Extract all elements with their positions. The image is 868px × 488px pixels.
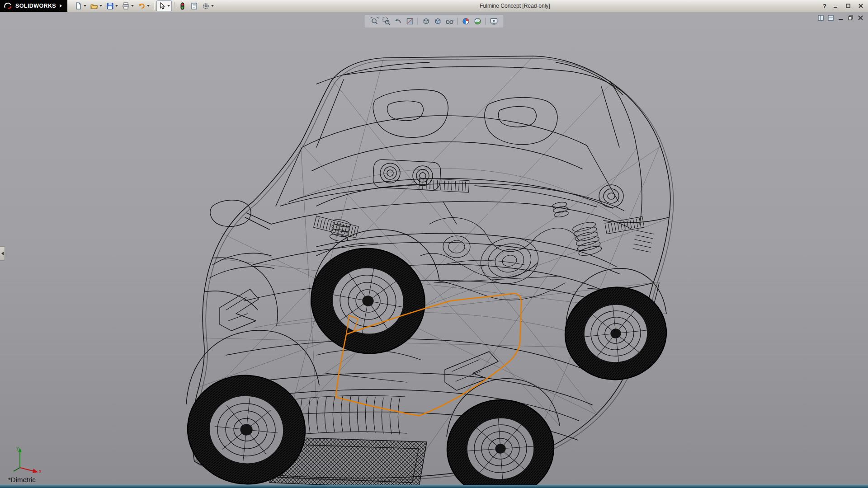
- main-toolbar: [67, 0, 216, 11]
- graphics-viewport[interactable]: y x *Dimetric: [0, 12, 868, 485]
- undo-dropdown-icon[interactable]: [147, 5, 150, 7]
- headsup-view-toolbar: [364, 14, 504, 28]
- previous-view-button[interactable]: [393, 16, 403, 26]
- tile-left-button[interactable]: [817, 14, 824, 21]
- close-button[interactable]: [857, 2, 864, 9]
- edit-appearance-button[interactable]: [461, 16, 471, 26]
- display-style-icon: [434, 17, 442, 25]
- reference-triad: y x: [10, 444, 44, 473]
- model-wireframe: [0, 12, 868, 485]
- section-view-icon: [406, 17, 414, 25]
- select-dropdown-icon[interactable]: [167, 5, 170, 7]
- titlebar: SOLIDWORKS: [0, 0, 868, 12]
- undo-arrow-icon: [138, 2, 146, 10]
- restore-document-button[interactable]: [847, 14, 854, 21]
- open-button[interactable]: [89, 0, 104, 11]
- open-folder-icon: [90, 2, 98, 10]
- view-orientation-label: *Dimetric: [8, 476, 36, 483]
- triad-y-label: y: [16, 445, 19, 450]
- toolbar-separator: [154, 2, 154, 10]
- select-button[interactable]: [156, 0, 172, 11]
- print-button[interactable]: [120, 0, 136, 11]
- task-pane-flyout-tab[interactable]: [0, 246, 5, 261]
- wheel-front-right: [444, 396, 557, 485]
- view-orientation-button[interactable]: [421, 16, 431, 26]
- windshield-frame: [276, 80, 619, 224]
- new-document-dropdown-icon[interactable]: [84, 5, 86, 7]
- file-properties-icon: [190, 2, 198, 10]
- headsup-separator: [458, 18, 458, 25]
- minimize-button[interactable]: [832, 2, 839, 9]
- printer-icon: [122, 2, 130, 10]
- taskbar-edge-strip: [0, 485, 868, 488]
- options-dropdown-icon[interactable]: [211, 5, 214, 7]
- minimize-document-button[interactable]: [837, 14, 844, 21]
- hide-show-items-button[interactable]: [444, 16, 455, 26]
- triad-x-label: x: [39, 468, 42, 473]
- display-style-button[interactable]: [433, 16, 443, 26]
- flyout-arrow-icon: [1, 252, 4, 255]
- hide-show-glasses-icon: [445, 17, 453, 25]
- threeds-logo-icon: [4, 2, 13, 9]
- file-properties-button[interactable]: [189, 0, 200, 11]
- window-title: Fulmine Concept [Read-only]: [480, 3, 550, 9]
- help-icon[interactable]: ?: [823, 3, 826, 9]
- options-gear-icon: [202, 2, 210, 10]
- open-dropdown-icon[interactable]: [99, 5, 102, 7]
- save-dropdown-icon[interactable]: [115, 5, 118, 7]
- apply-scene-icon: [473, 17, 481, 25]
- toolbar-separator: [174, 2, 175, 10]
- wheel-rear-right: [561, 282, 671, 385]
- undo-button[interactable]: [136, 0, 151, 11]
- save-button[interactable]: [104, 0, 120, 11]
- apply-scene-button[interactable]: [472, 16, 483, 26]
- headsup-separator: [418, 18, 418, 25]
- section-view-button[interactable]: [405, 16, 415, 26]
- save-floppy-icon: [106, 2, 114, 10]
- maximize-button[interactable]: [844, 2, 852, 9]
- select-cursor-icon: [158, 2, 166, 10]
- menu-expand-icon[interactable]: [60, 4, 62, 8]
- view-orientation-cube-icon: [422, 17, 430, 25]
- new-document-button[interactable]: [73, 0, 88, 11]
- view-settings-button[interactable]: [489, 16, 499, 26]
- tile-right-button[interactable]: [827, 14, 834, 21]
- document-window-controls: [817, 14, 864, 21]
- zoom-to-fit-button[interactable]: [369, 16, 380, 26]
- print-dropdown-icon[interactable]: [131, 5, 134, 7]
- rebuild-trafficlight-icon: [179, 2, 186, 10]
- zoom-to-area-icon: [382, 17, 390, 25]
- rebuild-button[interactable]: [177, 0, 188, 11]
- zoom-to-area-button[interactable]: [381, 16, 392, 26]
- wing-mirror: [210, 200, 271, 230]
- window-controls: ?: [823, 0, 864, 12]
- options-button[interactable]: [200, 0, 216, 11]
- zoom-to-fit-icon: [370, 17, 378, 25]
- wheel-rear-left: [303, 239, 433, 362]
- brand-label: SOLIDWORKS: [15, 3, 56, 9]
- headsup-separator: [486, 18, 486, 25]
- previous-view-icon: [394, 17, 402, 25]
- new-document-icon: [75, 2, 82, 10]
- solidworks-logo: SOLIDWORKS: [0, 0, 67, 12]
- edit-appearance-ball-icon: [462, 17, 470, 25]
- view-settings-icon: [490, 17, 498, 25]
- close-document-button[interactable]: [857, 14, 864, 21]
